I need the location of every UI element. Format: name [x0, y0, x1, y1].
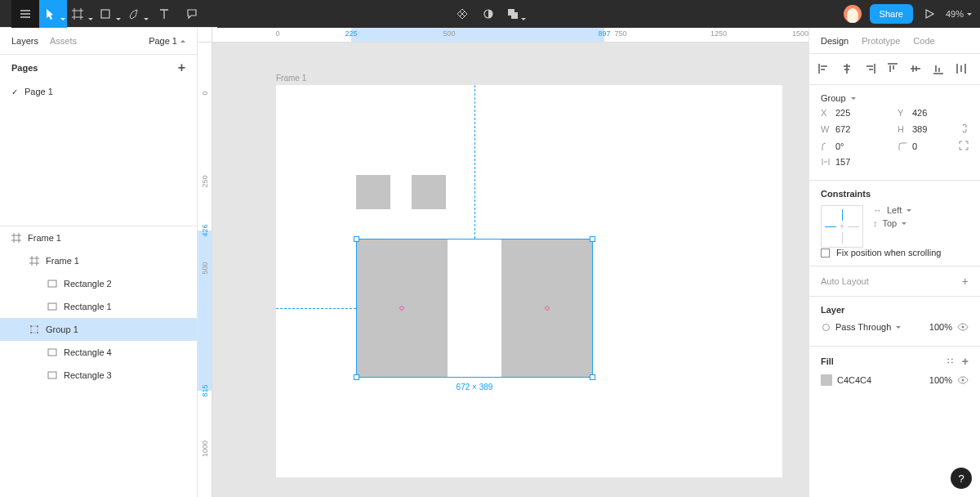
independent-corners-icon[interactable] [959, 141, 969, 152]
tab-design[interactable]: Design [821, 36, 849, 46]
layer-row-rect[interactable]: Rectangle 4 [0, 341, 197, 364]
inspector-panel: Design Prototype Code Group X 225 Y 426 … [808, 28, 980, 497]
text-tool-button[interactable] [150, 0, 178, 28]
type-row[interactable]: Group [821, 93, 969, 103]
shape-tool-button[interactable] [95, 0, 122, 28]
tab-prototype[interactable]: Prototype [862, 36, 900, 46]
resize-handle[interactable] [354, 236, 359, 242]
frame-icon [11, 233, 21, 243]
page-row[interactable]: ✓ Page 1 [0, 80, 197, 103]
add-fill-button[interactable]: + [962, 355, 969, 368]
pen-tool-button[interactable] [122, 0, 150, 28]
align-top-icon[interactable] [886, 62, 901, 77]
svg-rect-10 [48, 349, 56, 356]
tab-layers[interactable]: Layers [11, 36, 38, 46]
fill-visibility-icon[interactable] [957, 374, 969, 386]
align-hcenter-icon[interactable] [840, 62, 855, 77]
svg-rect-5 [48, 303, 56, 310]
boolean-ops-button[interactable] [505, 0, 528, 28]
rectangle-icon [47, 302, 57, 311]
resize-handle[interactable] [354, 374, 359, 380]
canvas[interactable]: 0 225 500 750 897 1250 1500 0 250 426 50… [198, 28, 808, 497]
rectangle[interactable] [356, 175, 390, 209]
style-picker-icon[interactable]: ∷ [947, 356, 954, 367]
canvas-stage[interactable]: Frame 1 672 × 389 [212, 43, 808, 497]
rectangle[interactable] [412, 175, 446, 209]
avatar[interactable] [844, 5, 862, 23]
fill-hex-input[interactable]: C4C4C4 [837, 375, 871, 385]
svg-point-12 [822, 324, 829, 330]
link-wh-icon[interactable] [960, 123, 969, 136]
align-bottom-icon[interactable] [932, 62, 947, 77]
page-selector[interactable]: Page 1 [149, 36, 185, 46]
svg-point-13 [962, 326, 964, 329]
w-input[interactable]: 672 [835, 124, 876, 134]
layer-section-title: Layer [821, 305, 969, 315]
blend-mode-select[interactable]: Pass Through [835, 322, 891, 332]
resize-handle[interactable] [590, 374, 595, 380]
svg-rect-9 [37, 332, 38, 334]
align-vcenter-icon[interactable] [909, 62, 924, 77]
h-input[interactable]: 389 [912, 124, 953, 134]
layer-row-rect[interactable]: Rectangle 1 [0, 295, 197, 318]
layers-panel: Layers Assets Page 1 Pages + ✓ Page 1 Fr… [0, 28, 198, 497]
mask-icon[interactable] [479, 0, 498, 28]
selection-dimensions: 672 × 389 [457, 383, 493, 392]
ruler-vertical: 0 250 426 500 815 1000 [198, 43, 212, 497]
rotation-input[interactable]: 0° [835, 141, 876, 151]
constraints-title: Constraints [821, 189, 969, 199]
align-tools [809, 54, 980, 85]
comment-tool-button[interactable] [178, 0, 206, 28]
rectangle-icon [47, 279, 57, 289]
layer-tree: Frame 1 Frame 1 Rectangle 2 Rectangle 1 … [0, 226, 197, 387]
zoom-dropdown[interactable]: 49% [946, 9, 972, 19]
layer-row-rect[interactable]: Rectangle 3 [0, 364, 197, 387]
help-button[interactable]: ? [951, 468, 972, 489]
rotation-icon [821, 142, 831, 151]
fill-opacity-input[interactable]: 100% [929, 375, 952, 385]
svg-rect-3 [511, 12, 518, 19]
layer-row-frame[interactable]: Frame 1 [0, 226, 197, 249]
svg-rect-0 [101, 10, 109, 18]
tab-code[interactable]: Code [913, 36, 934, 46]
frame-icon [29, 256, 39, 266]
svg-rect-8 [30, 332, 32, 334]
rectangle-icon [47, 370, 57, 380]
y-input[interactable]: 426 [912, 108, 953, 118]
frame-label[interactable]: Frame 1 [276, 74, 306, 83]
x-input[interactable]: 225 [835, 108, 876, 118]
add-page-button[interactable]: + [178, 61, 185, 74]
ruler-v-selection [198, 231, 212, 391]
checkbox-icon [821, 248, 830, 257]
constraint-h-select[interactable]: ↔Left [873, 205, 969, 215]
present-button[interactable] [921, 0, 938, 28]
frame-tool-button[interactable] [67, 0, 95, 28]
visibility-icon[interactable] [957, 321, 969, 333]
align-left-icon[interactable] [817, 62, 832, 77]
corner-input[interactable]: 0 [912, 141, 953, 151]
fill-swatch[interactable] [821, 374, 832, 386]
constraint-v-select[interactable]: ↕Top [873, 218, 969, 228]
distribute-icon[interactable] [955, 62, 969, 77]
spacing-input[interactable]: 157 [835, 157, 876, 167]
constraints-widget[interactable]: + [821, 205, 863, 248]
hamburger-menu-button[interactable] [11, 0, 39, 28]
selection-box[interactable] [356, 239, 593, 378]
tab-assets[interactable]: Assets [50, 36, 77, 46]
layer-row-frame[interactable]: Frame 1 [0, 249, 197, 272]
move-tool-button[interactable] [39, 0, 67, 28]
rectangle-icon [47, 347, 57, 357]
layer-row-group[interactable]: Group 1 [0, 318, 197, 341]
align-right-icon[interactable] [863, 62, 878, 77]
components-icon[interactable] [452, 0, 472, 28]
auto-layout-label: Auto Layout [821, 276, 869, 286]
guide-horizontal [276, 308, 356, 309]
resize-handle[interactable] [590, 236, 595, 242]
fix-position-checkbox[interactable]: Fix position when scrolling [821, 248, 969, 257]
share-button[interactable]: Share [870, 4, 913, 24]
layer-opacity-input[interactable]: 100% [929, 322, 952, 332]
svg-rect-7 [37, 325, 38, 327]
add-autolayout-button[interactable]: + [962, 275, 969, 288]
ruler-h-selection [351, 28, 604, 42]
layer-row-rect[interactable]: Rectangle 2 [0, 272, 197, 295]
